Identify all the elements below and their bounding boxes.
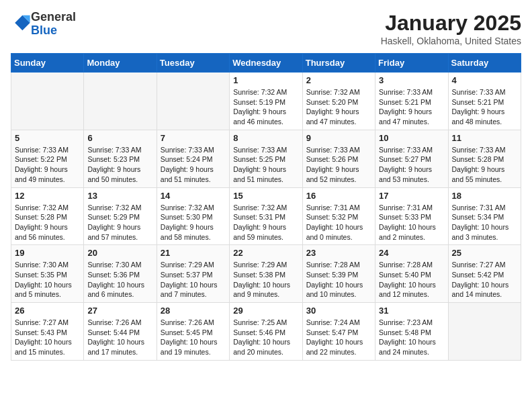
sunrise-label: Sunrise: 7:29 AM — [233, 261, 287, 269]
day-number: 8 — [233, 133, 298, 143]
sunset-label: Sunset: 5:22 PM — [15, 155, 67, 163]
cell-info: Sunrise: 7:31 AM Sunset: 5:32 PM Dayligh… — [306, 203, 371, 242]
calendar-cell: 1 Sunrise: 7:32 AM Sunset: 5:19 PM Dayli… — [230, 73, 302, 130]
logo-text: General Blue — [31, 11, 76, 38]
daylight-label: Daylight: 9 hours and 46 minutes. — [233, 107, 286, 126]
daylight-label: Daylight: 10 hours and 15 minutes. — [15, 338, 72, 356]
sunset-label: Sunset: 5:29 PM — [87, 213, 140, 221]
cell-info: Sunrise: 7:23 AM Sunset: 5:48 PM Dayligh… — [379, 318, 444, 357]
sunset-label: Sunset: 5:42 PM — [452, 271, 504, 279]
day-number: 10 — [379, 133, 444, 143]
day-number: 4 — [452, 75, 517, 85]
day-number: 21 — [161, 248, 226, 258]
calendar-cell: 23 Sunrise: 7:28 AM Sunset: 5:39 PM Dayl… — [302, 245, 375, 303]
calendar-cell: 15 Sunrise: 7:32 AM Sunset: 5:31 PM Dayl… — [230, 187, 302, 245]
cell-info: Sunrise: 7:29 AM Sunset: 5:37 PM Dayligh… — [161, 260, 226, 300]
sunset-label: Sunset: 5:45 PM — [161, 328, 213, 336]
calendar-cell: 14 Sunrise: 7:32 AM Sunset: 5:30 PM Dayl… — [157, 187, 229, 245]
sunrise-label: Sunrise: 7:27 AM — [15, 318, 69, 326]
calendar-cell: 20 Sunrise: 7:30 AM Sunset: 5:36 PM Dayl… — [84, 245, 157, 303]
daylight-label: Daylight: 9 hours and 49 minutes. — [15, 165, 68, 183]
daylight-label: Daylight: 9 hours and 55 minutes. — [452, 165, 505, 183]
cell-info: Sunrise: 7:32 AM Sunset: 5:30 PM Dayligh… — [161, 203, 226, 242]
weekday-header-friday: Friday — [375, 54, 448, 73]
cell-info: Sunrise: 7:28 AM Sunset: 5:40 PM Dayligh… — [379, 260, 444, 300]
sunrise-label: Sunrise: 7:33 AM — [306, 146, 360, 154]
sunrise-label: Sunrise: 7:33 AM — [452, 88, 506, 96]
day-number: 31 — [379, 306, 444, 316]
day-number: 23 — [306, 248, 371, 258]
sunset-label: Sunset: 5:21 PM — [379, 98, 431, 106]
calendar-cell — [84, 73, 157, 130]
calendar-cell: 5 Sunrise: 7:33 AM Sunset: 5:22 PM Dayli… — [11, 130, 84, 187]
day-number: 24 — [379, 248, 444, 258]
daylight-label: Daylight: 9 hours and 53 minutes. — [379, 165, 432, 183]
title-block: January 2025 Haskell, Oklahoma, United S… — [381, 11, 521, 46]
day-number: 29 — [233, 306, 298, 316]
day-number: 14 — [161, 191, 226, 201]
calendar-cell: 31 Sunrise: 7:23 AM Sunset: 5:48 PM Dayl… — [375, 303, 448, 361]
calendar-cell: 7 Sunrise: 7:33 AM Sunset: 5:24 PM Dayli… — [157, 130, 229, 187]
daylight-label: Daylight: 9 hours and 58 minutes. — [161, 223, 214, 241]
calendar-cell: 25 Sunrise: 7:27 AM Sunset: 5:42 PM Dayl… — [448, 245, 521, 303]
cell-info: Sunrise: 7:28 AM Sunset: 5:39 PM Dayligh… — [306, 260, 371, 300]
sunrise-label: Sunrise: 7:33 AM — [87, 146, 141, 154]
calendar-cell: 19 Sunrise: 7:30 AM Sunset: 5:35 PM Dayl… — [11, 245, 84, 303]
cell-info: Sunrise: 7:32 AM Sunset: 5:19 PM Dayligh… — [233, 87, 298, 127]
calendar-cell: 10 Sunrise: 7:33 AM Sunset: 5:27 PM Dayl… — [375, 130, 448, 187]
cell-info: Sunrise: 7:30 AM Sunset: 5:36 PM Dayligh… — [87, 260, 152, 300]
day-number: 16 — [306, 191, 371, 201]
sunset-label: Sunset: 5:48 PM — [379, 328, 431, 336]
day-number: 6 — [87, 133, 152, 143]
sunrise-label: Sunrise: 7:31 AM — [379, 203, 433, 212]
sunset-label: Sunset: 5:20 PM — [306, 98, 359, 106]
day-number: 3 — [379, 75, 444, 85]
calendar-cell: 16 Sunrise: 7:31 AM Sunset: 5:32 PM Dayl… — [302, 187, 375, 245]
sunrise-label: Sunrise: 7:26 AM — [161, 318, 214, 326]
daylight-label: Daylight: 9 hours and 48 minutes. — [452, 107, 505, 126]
sunset-label: Sunset: 5:40 PM — [379, 271, 431, 279]
daylight-label: Daylight: 10 hours and 12 minutes. — [379, 281, 436, 299]
calendar-cell: 9 Sunrise: 7:33 AM Sunset: 5:26 PM Dayli… — [302, 130, 375, 187]
cell-info: Sunrise: 7:24 AM Sunset: 5:47 PM Dayligh… — [306, 318, 371, 357]
daylight-label: Daylight: 10 hours and 20 minutes. — [233, 338, 290, 356]
calendar-cell: 13 Sunrise: 7:32 AM Sunset: 5:29 PM Dayl… — [84, 187, 157, 245]
sunset-label: Sunset: 5:21 PM — [452, 98, 504, 106]
cell-info: Sunrise: 7:33 AM Sunset: 5:27 PM Dayligh… — [379, 145, 444, 185]
weekday-header-monday: Monday — [84, 54, 157, 73]
weekday-header-wednesday: Wednesday — [230, 54, 302, 73]
sunset-label: Sunset: 5:24 PM — [161, 155, 213, 163]
sunrise-label: Sunrise: 7:33 AM — [379, 146, 433, 154]
cell-info: Sunrise: 7:27 AM Sunset: 5:42 PM Dayligh… — [452, 260, 517, 300]
sunrise-label: Sunrise: 7:28 AM — [379, 261, 433, 269]
logo-icon — [12, 13, 31, 32]
daylight-label: Daylight: 9 hours and 51 minutes. — [233, 165, 286, 183]
calendar-cell: 4 Sunrise: 7:33 AM Sunset: 5:21 PM Dayli… — [448, 73, 521, 130]
calendar-week-row: 19 Sunrise: 7:30 AM Sunset: 5:35 PM Dayl… — [11, 245, 521, 303]
sunrise-label: Sunrise: 7:33 AM — [161, 146, 214, 154]
daylight-label: Daylight: 10 hours and 9 minutes. — [233, 281, 290, 299]
sunset-label: Sunset: 5:33 PM — [379, 213, 431, 221]
sunrise-label: Sunrise: 7:25 AM — [233, 318, 287, 326]
logo: General Blue — [11, 11, 76, 38]
daylight-label: Daylight: 9 hours and 59 minutes. — [233, 223, 286, 241]
calendar-cell: 12 Sunrise: 7:32 AM Sunset: 5:28 PM Dayl… — [11, 187, 84, 245]
calendar-cell — [157, 73, 229, 130]
sunset-label: Sunset: 5:38 PM — [233, 271, 285, 279]
day-number: 28 — [161, 306, 226, 316]
calendar-cell: 8 Sunrise: 7:33 AM Sunset: 5:25 PM Dayli… — [230, 130, 302, 187]
calendar-cell: 30 Sunrise: 7:24 AM Sunset: 5:47 PM Dayl… — [302, 303, 375, 361]
calendar-cell: 26 Sunrise: 7:27 AM Sunset: 5:43 PM Dayl… — [11, 303, 84, 361]
cell-info: Sunrise: 7:33 AM Sunset: 5:26 PM Dayligh… — [306, 145, 371, 185]
sunrise-label: Sunrise: 7:23 AM — [379, 318, 433, 326]
cell-info: Sunrise: 7:26 AM Sunset: 5:45 PM Dayligh… — [161, 318, 226, 357]
sunrise-label: Sunrise: 7:32 AM — [161, 203, 214, 212]
cell-info: Sunrise: 7:25 AM Sunset: 5:46 PM Dayligh… — [233, 318, 298, 357]
calendar-cell: 3 Sunrise: 7:33 AM Sunset: 5:21 PM Dayli… — [375, 73, 448, 130]
cell-info: Sunrise: 7:32 AM Sunset: 5:28 PM Dayligh… — [15, 203, 80, 242]
cell-info: Sunrise: 7:32 AM Sunset: 5:20 PM Dayligh… — [306, 87, 371, 127]
day-number: 18 — [452, 191, 517, 201]
sunset-label: Sunset: 5:35 PM — [15, 271, 67, 279]
day-number: 30 — [306, 306, 371, 316]
sunrise-label: Sunrise: 7:31 AM — [452, 203, 506, 212]
